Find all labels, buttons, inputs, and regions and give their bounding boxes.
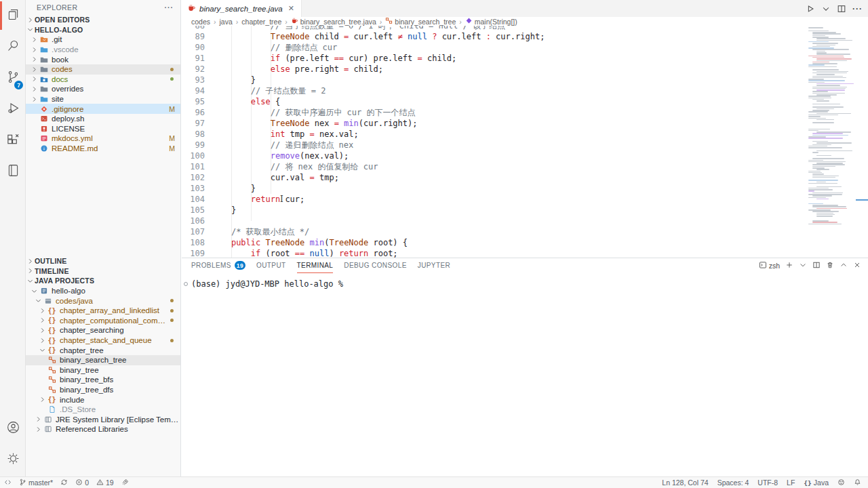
close-panel-icon[interactable]	[853, 261, 861, 270]
minimap[interactable]	[807, 26, 856, 258]
activity-item-settings[interactable]	[0, 444, 26, 475]
encoding[interactable]: UTF-8	[757, 479, 778, 487]
breadcrumb-item-java[interactable]: java	[220, 18, 233, 26]
panel-tab-label: DEBUG CONSOLE	[344, 262, 406, 269]
explorer-item-site[interactable]: site	[26, 94, 180, 104]
open-editors-section[interactable]: OPEN EDITORS	[26, 15, 180, 25]
java-project-item-include[interactable]: {}include	[26, 394, 180, 405]
java-project-item-binary-tree[interactable]: binary_tree	[26, 365, 180, 375]
explorer-item-readme-md[interactable]: README.mdM	[26, 144, 180, 154]
kill-terminal-icon[interactable]	[826, 261, 834, 270]
terminal-dropdown-icon[interactable]	[799, 261, 807, 270]
explorer-item-book[interactable]: book	[26, 54, 180, 64]
java-project-item-chapter-computational-complexity[interactable]: {}chapter_computational_complexity	[26, 316, 180, 326]
java-project-item-chapter-stack-and-queue[interactable]: {}chapter_stack_and_queue	[26, 336, 180, 346]
more-actions-icon[interactable]: ···	[165, 3, 174, 12]
breadcrumb-item-binary-search-tree-java[interactable]: binary_search_tree.java	[291, 17, 376, 26]
java-mode[interactable]	[121, 479, 129, 487]
explorer-item-git[interactable]: .git	[26, 35, 180, 45]
panel-tab-jupyter[interactable]: JUPYTER	[418, 258, 450, 273]
breadcrumb-item-codes[interactable]: codes	[191, 18, 210, 26]
explorer-item-vscode[interactable]: .vscode	[26, 45, 180, 55]
remote-indicator[interactable]	[4, 479, 12, 487]
git-diamond-icon	[39, 104, 49, 113]
outline-section[interactable]: OUTLINE	[26, 256, 180, 266]
workspace-root-section[interactable]: HELLO-ALGO	[26, 25, 180, 35]
code-line: 94 // 子结点数量 = 2	[182, 85, 807, 96]
java-project-item-binary-search-tree[interactable]: binary_search_tree	[26, 355, 180, 365]
explorer-item-gitignore[interactable]: .gitignoreM	[26, 104, 180, 114]
java-projects-section[interactable]: JAVA PROJECTS	[26, 276, 180, 286]
item-label: docs	[52, 75, 167, 83]
tab-binary-search-tree-java[interactable]: binary_search_tree.java ✕	[182, 0, 302, 17]
git-branch[interactable]: master*	[19, 479, 53, 487]
code-editor[interactable]: 88 // 当子结点数量 = 0 / 1 时， child = null / 该…	[182, 26, 868, 258]
modified-badge: M	[169, 144, 175, 152]
line-number: 99	[182, 140, 205, 150]
code-line: 88 // 当子结点数量 = 0 / 1 时， child = null / 该…	[182, 26, 807, 31]
explorer-item-codes[interactable]: codes	[26, 64, 180, 75]
eol[interactable]: LF	[787, 479, 795, 487]
folder-gray-icon	[39, 85, 49, 94]
line-content: public TreeNode min(TreeNode root) {	[212, 237, 408, 248]
panel-tab-problems[interactable]: PROBLEMS19	[191, 258, 245, 273]
java-project-item-chapter-tree[interactable]: {}chapter_tree	[26, 345, 180, 355]
split-editor-icon[interactable]	[837, 4, 846, 14]
shell-select[interactable]: zsh	[759, 261, 780, 270]
status-label: 19	[106, 479, 114, 487]
split-terminal-icon[interactable]	[812, 261, 821, 270]
errors[interactable]: 0	[75, 479, 89, 487]
explorer-item-mkdocs-yml[interactable]: mkdocs.ymlM	[26, 134, 180, 144]
warnings[interactable]: 19	[96, 479, 114, 487]
java-project-item-chapter-array-and-linkedlist[interactable]: {}chapter_array_and_linkedlist	[26, 306, 180, 316]
panel-tab-terminal[interactable]: TERMINAL	[297, 258, 334, 273]
activity-item-notebook[interactable]	[0, 156, 26, 187]
java-project-item-chapter-searching[interactable]: {}chapter_searching	[26, 325, 180, 336]
java-project-item-jre-system-library-eclipse-temurin-17-17[interactable]: JRE System Library [Eclipse Temurin 17 […	[26, 415, 180, 425]
terminal[interactable]: (base) jyd@JYD-MBP hello-algo %	[182, 273, 868, 289]
explorer-item-deploy-sh[interactable]: deploy.sh	[26, 114, 180, 124]
breadcrumb-item-main-string[interactable]: main(String[])	[465, 17, 517, 26]
maximize-panel-icon[interactable]	[840, 261, 848, 270]
explorer-item-overrides[interactable]: overrides	[26, 84, 180, 94]
panel-tab-label: PROBLEMS	[191, 262, 231, 269]
activity-item-extensions[interactable]	[0, 125, 26, 156]
run-dropdown-icon[interactable]	[821, 4, 831, 14]
activity-item-run-debug[interactable]	[0, 94, 26, 125]
explorer-item-license[interactable]: LICENSE	[26, 124, 180, 134]
explorer-header: EXPLORER ···	[26, 0, 180, 15]
cursor-position[interactable]: Ln 128, Col 74	[662, 479, 708, 487]
java-project-item-hello-algo[interactable]: hello-algo	[26, 286, 180, 296]
run-button-icon[interactable]	[806, 4, 815, 14]
line-number: 93	[182, 75, 205, 85]
panel-tab-debug-console[interactable]: DEBUG CONSOLE	[344, 258, 406, 273]
panel-tab-label: TERMINAL	[297, 262, 334, 269]
timeline-section[interactable]: TIMELINE	[26, 266, 180, 277]
feedback[interactable]	[837, 479, 845, 487]
activity-item-search[interactable]	[0, 31, 26, 62]
chevron-spacer	[30, 144, 39, 153]
sync-changes[interactable]	[60, 479, 68, 487]
overview-ruler[interactable]	[856, 26, 868, 258]
close-icon[interactable]: ✕	[287, 4, 296, 13]
editor-actions: ···	[806, 0, 863, 17]
java-project-item-binary-tree-dfs[interactable]: binary_tree_dfs	[26, 385, 180, 395]
chevron-down-icon	[34, 296, 43, 305]
line-number: 105	[182, 205, 205, 216]
language-mode[interactable]: {}Java	[804, 479, 829, 487]
indentation[interactable]: Spaces: 4	[717, 479, 749, 487]
activity-item-explorer[interactable]	[0, 0, 26, 31]
java-project-item-ds-store[interactable]: .DS_Store	[26, 405, 180, 415]
java-project-item-codes-java[interactable]: codes/java	[26, 296, 180, 306]
activity-item-source-control[interactable]: 7	[0, 62, 26, 94]
java-project-item-referenced-libraries[interactable]: Referenced Libraries	[26, 424, 180, 434]
more-actions[interactable]: ···	[852, 4, 863, 14]
panel-tab-output[interactable]: OUTPUT	[256, 258, 286, 273]
activity-item-account[interactable]	[0, 413, 26, 444]
new-terminal-icon[interactable]	[785, 261, 793, 270]
breadcrumb-item-chapter-tree[interactable]: chapter_tree	[241, 18, 281, 26]
breadcrumb-item-binary-search-tree[interactable]: binary_search_tree	[385, 17, 456, 26]
java-project-item-binary-tree-bfs[interactable]: binary_tree_bfs	[26, 375, 180, 385]
notifications[interactable]	[854, 479, 861, 487]
explorer-item-docs[interactable]: docs	[26, 75, 180, 85]
